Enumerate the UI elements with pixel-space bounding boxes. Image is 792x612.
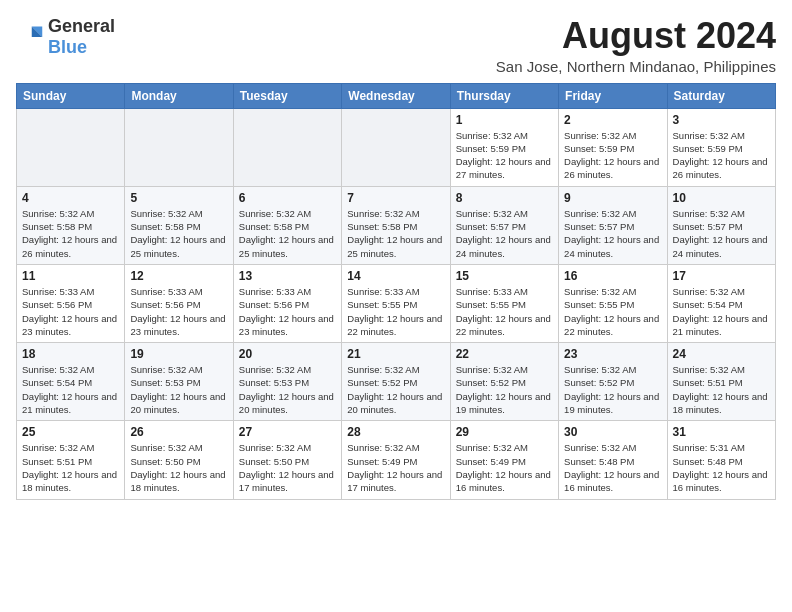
calendar-cell: 10Sunrise: 5:32 AMSunset: 5:57 PMDayligh… (667, 186, 775, 264)
day-info: Sunrise: 5:32 AMSunset: 5:49 PMDaylight:… (347, 441, 444, 494)
location-subtitle: San Jose, Northern Mindanao, Philippines (496, 58, 776, 75)
calendar-cell: 4Sunrise: 5:32 AMSunset: 5:58 PMDaylight… (17, 186, 125, 264)
day-number: 8 (456, 191, 553, 205)
day-number: 27 (239, 425, 336, 439)
calendar-cell: 15Sunrise: 5:33 AMSunset: 5:55 PMDayligh… (450, 264, 558, 342)
day-number: 3 (673, 113, 770, 127)
day-number: 11 (22, 269, 119, 283)
calendar-week-row: 11Sunrise: 5:33 AMSunset: 5:56 PMDayligh… (17, 264, 776, 342)
page-header: General Blue August 2024 San Jose, North… (16, 16, 776, 75)
calendar-table: SundayMondayTuesdayWednesdayThursdayFrid… (16, 83, 776, 500)
day-info: Sunrise: 5:33 AMSunset: 5:56 PMDaylight:… (22, 285, 119, 338)
calendar-cell: 21Sunrise: 5:32 AMSunset: 5:52 PMDayligh… (342, 343, 450, 421)
day-info: Sunrise: 5:32 AMSunset: 5:50 PMDaylight:… (130, 441, 227, 494)
calendar-cell: 13Sunrise: 5:33 AMSunset: 5:56 PMDayligh… (233, 264, 341, 342)
day-info: Sunrise: 5:32 AMSunset: 5:58 PMDaylight:… (130, 207, 227, 260)
day-info: Sunrise: 5:33 AMSunset: 5:55 PMDaylight:… (456, 285, 553, 338)
calendar-cell: 23Sunrise: 5:32 AMSunset: 5:52 PMDayligh… (559, 343, 667, 421)
day-info: Sunrise: 5:32 AMSunset: 5:52 PMDaylight:… (347, 363, 444, 416)
day-info: Sunrise: 5:32 AMSunset: 5:51 PMDaylight:… (22, 441, 119, 494)
day-number: 31 (673, 425, 770, 439)
calendar-cell: 25Sunrise: 5:32 AMSunset: 5:51 PMDayligh… (17, 421, 125, 499)
day-info: Sunrise: 5:32 AMSunset: 5:59 PMDaylight:… (564, 129, 661, 182)
day-number: 25 (22, 425, 119, 439)
day-info: Sunrise: 5:32 AMSunset: 5:53 PMDaylight:… (130, 363, 227, 416)
day-info: Sunrise: 5:32 AMSunset: 5:59 PMDaylight:… (673, 129, 770, 182)
calendar-cell (125, 108, 233, 186)
day-info: Sunrise: 5:32 AMSunset: 5:54 PMDaylight:… (22, 363, 119, 416)
day-info: Sunrise: 5:32 AMSunset: 5:49 PMDaylight:… (456, 441, 553, 494)
day-info: Sunrise: 5:32 AMSunset: 5:58 PMDaylight:… (347, 207, 444, 260)
calendar-cell: 28Sunrise: 5:32 AMSunset: 5:49 PMDayligh… (342, 421, 450, 499)
day-info: Sunrise: 5:32 AMSunset: 5:50 PMDaylight:… (239, 441, 336, 494)
month-year-title: August 2024 (496, 16, 776, 56)
calendar-cell: 6Sunrise: 5:32 AMSunset: 5:58 PMDaylight… (233, 186, 341, 264)
calendar-cell: 12Sunrise: 5:33 AMSunset: 5:56 PMDayligh… (125, 264, 233, 342)
day-number: 7 (347, 191, 444, 205)
weekday-header-thursday: Thursday (450, 83, 558, 108)
day-info: Sunrise: 5:32 AMSunset: 5:57 PMDaylight:… (456, 207, 553, 260)
calendar-cell: 31Sunrise: 5:31 AMSunset: 5:48 PMDayligh… (667, 421, 775, 499)
day-number: 10 (673, 191, 770, 205)
day-info: Sunrise: 5:33 AMSunset: 5:55 PMDaylight:… (347, 285, 444, 338)
day-info: Sunrise: 5:32 AMSunset: 5:58 PMDaylight:… (239, 207, 336, 260)
calendar-cell (17, 108, 125, 186)
logo-text-blue: Blue (48, 37, 87, 57)
day-info: Sunrise: 5:33 AMSunset: 5:56 PMDaylight:… (130, 285, 227, 338)
day-number: 30 (564, 425, 661, 439)
calendar-cell: 20Sunrise: 5:32 AMSunset: 5:53 PMDayligh… (233, 343, 341, 421)
day-number: 16 (564, 269, 661, 283)
day-number: 4 (22, 191, 119, 205)
calendar-week-row: 25Sunrise: 5:32 AMSunset: 5:51 PMDayligh… (17, 421, 776, 499)
day-number: 24 (673, 347, 770, 361)
calendar-cell: 19Sunrise: 5:32 AMSunset: 5:53 PMDayligh… (125, 343, 233, 421)
calendar-week-row: 4Sunrise: 5:32 AMSunset: 5:58 PMDaylight… (17, 186, 776, 264)
calendar-cell: 22Sunrise: 5:32 AMSunset: 5:52 PMDayligh… (450, 343, 558, 421)
calendar-cell: 24Sunrise: 5:32 AMSunset: 5:51 PMDayligh… (667, 343, 775, 421)
day-info: Sunrise: 5:32 AMSunset: 5:59 PMDaylight:… (456, 129, 553, 182)
calendar-week-row: 18Sunrise: 5:32 AMSunset: 5:54 PMDayligh… (17, 343, 776, 421)
weekday-header-monday: Monday (125, 83, 233, 108)
weekday-header-tuesday: Tuesday (233, 83, 341, 108)
day-number: 20 (239, 347, 336, 361)
weekday-header-row: SundayMondayTuesdayWednesdayThursdayFrid… (17, 83, 776, 108)
day-info: Sunrise: 5:32 AMSunset: 5:53 PMDaylight:… (239, 363, 336, 416)
day-number: 2 (564, 113, 661, 127)
day-number: 19 (130, 347, 227, 361)
day-number: 6 (239, 191, 336, 205)
day-number: 15 (456, 269, 553, 283)
day-info: Sunrise: 5:31 AMSunset: 5:48 PMDaylight:… (673, 441, 770, 494)
day-info: Sunrise: 5:32 AMSunset: 5:57 PMDaylight:… (564, 207, 661, 260)
calendar-cell: 11Sunrise: 5:33 AMSunset: 5:56 PMDayligh… (17, 264, 125, 342)
day-number: 17 (673, 269, 770, 283)
weekday-header-wednesday: Wednesday (342, 83, 450, 108)
day-number: 5 (130, 191, 227, 205)
calendar-cell: 8Sunrise: 5:32 AMSunset: 5:57 PMDaylight… (450, 186, 558, 264)
logo-icon (16, 23, 44, 51)
weekday-header-saturday: Saturday (667, 83, 775, 108)
day-number: 29 (456, 425, 553, 439)
day-info: Sunrise: 5:32 AMSunset: 5:52 PMDaylight:… (456, 363, 553, 416)
calendar-cell: 3Sunrise: 5:32 AMSunset: 5:59 PMDaylight… (667, 108, 775, 186)
calendar-cell (342, 108, 450, 186)
weekday-header-sunday: Sunday (17, 83, 125, 108)
day-number: 28 (347, 425, 444, 439)
calendar-cell: 5Sunrise: 5:32 AMSunset: 5:58 PMDaylight… (125, 186, 233, 264)
day-number: 12 (130, 269, 227, 283)
day-info: Sunrise: 5:32 AMSunset: 5:55 PMDaylight:… (564, 285, 661, 338)
day-number: 13 (239, 269, 336, 283)
logo-text-general: General (48, 16, 115, 36)
calendar-cell: 7Sunrise: 5:32 AMSunset: 5:58 PMDaylight… (342, 186, 450, 264)
day-number: 1 (456, 113, 553, 127)
day-info: Sunrise: 5:32 AMSunset: 5:58 PMDaylight:… (22, 207, 119, 260)
day-number: 18 (22, 347, 119, 361)
day-number: 9 (564, 191, 661, 205)
calendar-cell: 14Sunrise: 5:33 AMSunset: 5:55 PMDayligh… (342, 264, 450, 342)
calendar-cell: 2Sunrise: 5:32 AMSunset: 5:59 PMDaylight… (559, 108, 667, 186)
calendar-cell: 29Sunrise: 5:32 AMSunset: 5:49 PMDayligh… (450, 421, 558, 499)
day-info: Sunrise: 5:32 AMSunset: 5:57 PMDaylight:… (673, 207, 770, 260)
day-info: Sunrise: 5:32 AMSunset: 5:54 PMDaylight:… (673, 285, 770, 338)
calendar-cell: 9Sunrise: 5:32 AMSunset: 5:57 PMDaylight… (559, 186, 667, 264)
day-number: 22 (456, 347, 553, 361)
day-number: 14 (347, 269, 444, 283)
